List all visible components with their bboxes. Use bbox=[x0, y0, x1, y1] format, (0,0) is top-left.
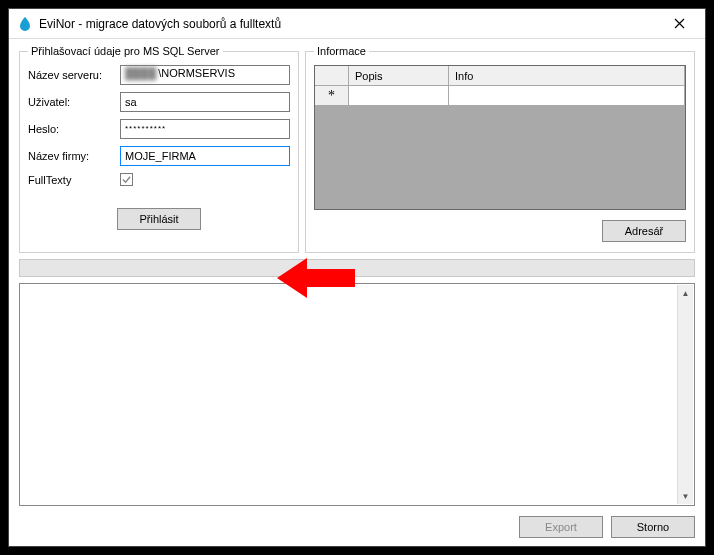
app-window: EviNor - migrace datových souborů a full… bbox=[8, 8, 706, 547]
cell-info[interactable] bbox=[449, 86, 685, 106]
output-textarea[interactable]: ▲ ▼ bbox=[19, 283, 695, 506]
firm-label: Název firmy: bbox=[28, 150, 120, 162]
col-header-popis[interactable]: Popis bbox=[349, 66, 449, 86]
login-button[interactable]: Přihlásit bbox=[117, 208, 201, 230]
export-button: Export bbox=[519, 516, 603, 538]
scrollbar[interactable]: ▲ ▼ bbox=[677, 285, 693, 504]
fulltext-label: FullTexty bbox=[28, 174, 120, 186]
fulltext-checkbox[interactable] bbox=[120, 173, 133, 186]
row-marker: * bbox=[315, 86, 349, 106]
titlebar: EviNor - migrace datových souborů a full… bbox=[9, 9, 705, 39]
progress-bar bbox=[19, 259, 695, 277]
grid-corner bbox=[315, 66, 349, 86]
login-legend: Přihlašovací údaje pro MS SQL Server bbox=[28, 45, 223, 57]
window-title: EviNor - migrace datových souborů a full… bbox=[39, 17, 281, 31]
content-area: Přihlašovací údaje pro MS SQL Server Náz… bbox=[9, 39, 705, 546]
user-label: Uživatel: bbox=[28, 96, 120, 108]
scroll-down-icon[interactable]: ▼ bbox=[678, 488, 693, 504]
server-label: Název serveru: bbox=[28, 69, 120, 81]
user-input[interactable] bbox=[120, 92, 290, 112]
cell-popis[interactable] bbox=[349, 86, 449, 106]
info-grid[interactable]: Popis Info * bbox=[314, 65, 686, 210]
storno-button[interactable]: Storno bbox=[611, 516, 695, 538]
close-icon[interactable] bbox=[659, 10, 699, 38]
table-row[interactable]: * bbox=[315, 86, 685, 106]
login-panel: Přihlašovací údaje pro MS SQL Server Náz… bbox=[19, 45, 299, 253]
adresar-button[interactable]: Adresář bbox=[602, 220, 686, 242]
server-input[interactable]: ████\NORMSERVIS bbox=[120, 65, 290, 85]
app-icon bbox=[17, 16, 33, 32]
info-legend: Informace bbox=[314, 45, 369, 57]
firm-input[interactable] bbox=[120, 146, 290, 166]
password-input[interactable]: ********** bbox=[120, 119, 290, 139]
col-header-info[interactable]: Info bbox=[449, 66, 685, 86]
scroll-up-icon[interactable]: ▲ bbox=[678, 285, 693, 301]
footer: Export Storno bbox=[19, 510, 695, 538]
password-label: Heslo: bbox=[28, 123, 120, 135]
info-panel: Informace Popis Info * Adresář bbox=[305, 45, 695, 253]
